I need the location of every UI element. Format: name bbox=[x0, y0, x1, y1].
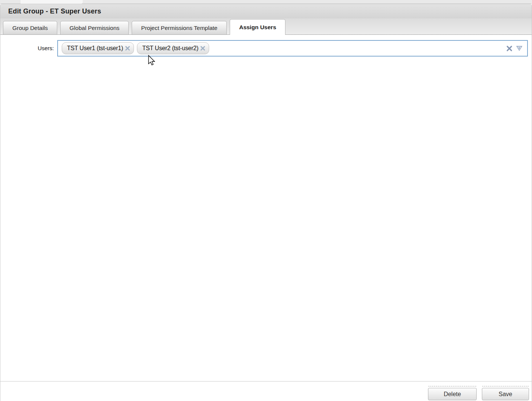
tag-remove-x-icon[interactable] bbox=[125, 46, 130, 51]
selected-user-tag-label: TST User1 (tst-user1) bbox=[67, 45, 123, 52]
dialog-footer-toolbar: Delete Save bbox=[0, 381, 532, 401]
tab-label: Project Permissions Template bbox=[141, 25, 217, 31]
delete-button-frame: Delete bbox=[428, 388, 477, 400]
tab-bar: Group Details Global Permissions Project… bbox=[0, 18, 532, 35]
tab-label: Group Details bbox=[12, 25, 48, 31]
assign-users-panel: Users: TST User1 (tst-user1) TST User2 (… bbox=[0, 35, 532, 381]
clear-x-icon[interactable] bbox=[506, 45, 513, 52]
delete-button[interactable]: Delete bbox=[428, 388, 477, 400]
background-page-strip bbox=[0, 0, 532, 4]
selected-user-tag-label: TST User2 (tst-user2) bbox=[142, 45, 198, 52]
screen: Edit Group - ET Super Users Group Detail… bbox=[0, 0, 532, 401]
tab-project-permissions-template[interactable]: Project Permissions Template bbox=[132, 21, 227, 34]
tag-remove-x-icon[interactable] bbox=[200, 46, 205, 51]
tab-assign-users[interactable]: Assign Users bbox=[230, 19, 285, 35]
combo-text-input[interactable] bbox=[211, 42, 506, 55]
selected-user-tag: TST User2 (tst-user2) bbox=[137, 42, 209, 54]
tab-label: Global Permissions bbox=[70, 25, 120, 31]
users-field-label: Users: bbox=[0, 40, 54, 51]
tab-group-details[interactable]: Group Details bbox=[3, 21, 57, 34]
dialog-titlebar: Edit Group - ET Super Users bbox=[0, 4, 532, 18]
users-multiselect-combobox[interactable]: TST User1 (tst-user1) TST User2 (tst-use… bbox=[57, 40, 528, 57]
users-field-row: Users: TST User1 (tst-user1) TST User2 (… bbox=[0, 35, 532, 57]
dropdown-trigger-icon[interactable] bbox=[516, 46, 523, 51]
selected-user-tag: TST User1 (tst-user1) bbox=[62, 42, 134, 54]
dialog-title: Edit Group - ET Super Users bbox=[8, 7, 101, 15]
tab-global-permissions[interactable]: Global Permissions bbox=[60, 21, 129, 34]
tab-label: Assign Users bbox=[239, 24, 276, 31]
edit-group-dialog: Edit Group - ET Super Users Group Detail… bbox=[0, 4, 532, 401]
save-button-frame: Save bbox=[482, 388, 529, 400]
save-button[interactable]: Save bbox=[482, 388, 529, 400]
background-tab-fragment bbox=[21, 0, 83, 4]
